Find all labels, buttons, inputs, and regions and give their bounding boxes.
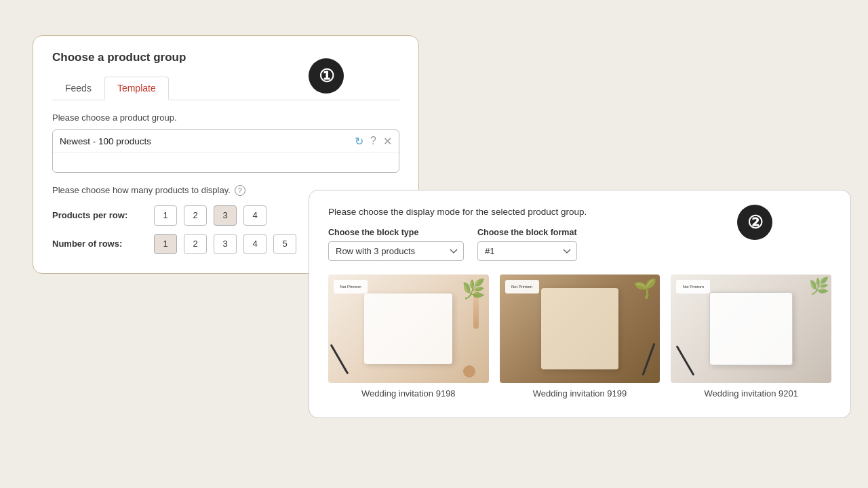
- num-rows-btn-3[interactable]: 3: [214, 234, 237, 254]
- block-type-group: Choose the block type Row with 3 product…: [328, 228, 464, 261]
- step-number-1: ①: [319, 66, 334, 87]
- block-type-label: Choose the block type: [328, 228, 464, 237]
- refresh-icon[interactable]: ↻: [355, 135, 363, 148]
- selector-icons: ↻ ? ✕: [355, 135, 392, 148]
- panel1-title: Choose a product group: [52, 51, 399, 64]
- help-icon[interactable]: ?: [370, 135, 376, 147]
- num-rows-btn-4[interactable]: 4: [243, 234, 267, 254]
- close-icon[interactable]: ✕: [383, 135, 392, 148]
- number-of-rows-label: Number of rows:: [52, 239, 147, 249]
- num-rows-btn-5[interactable]: 5: [273, 234, 296, 254]
- product-image-3: Noi Printom 🌿: [671, 274, 831, 383]
- product-image-1: Noi Printom 🌿: [328, 274, 489, 383]
- block-format-select[interactable]: #1 #2 #3: [477, 241, 577, 261]
- leaves-1: 🌿: [462, 278, 486, 300]
- selector-value: Newest - 100 products: [60, 136, 355, 146]
- product-card-1: Noi Printom 🌿 Wedding invitation 9198: [328, 274, 489, 399]
- card-inner-3: [709, 292, 793, 366]
- step-badge-2: ②: [737, 205, 772, 240]
- product-name-1: Wedding invitation 9198: [328, 388, 489, 399]
- per-row-btn-3[interactable]: 3: [214, 205, 237, 226]
- leaves-2: 🌱: [633, 277, 657, 300]
- leaves-3: 🌿: [809, 277, 829, 296]
- block-format-group: Choose the block format #1 #2 #3: [477, 228, 577, 261]
- num-rows-btn-1[interactable]: 1: [154, 234, 177, 254]
- num-rows-btn-2[interactable]: 2: [184, 234, 207, 254]
- card-decoration-3: [671, 274, 831, 383]
- selector-empty-row: [53, 153, 399, 172]
- tab-template[interactable]: Template: [104, 77, 169, 100]
- product-card-2: Noi Printom 🌱 Wedding invitation 9199: [500, 274, 660, 399]
- per-row-btn-2[interactable]: 2: [184, 205, 207, 226]
- product-group-label: Please choose a product group.: [52, 113, 399, 123]
- help-circle-icon[interactable]: ?: [235, 185, 245, 196]
- step-badge-1: ①: [309, 58, 344, 94]
- products-preview: Noi Printom 🌿 Wedding invitation 9198 No…: [328, 274, 831, 399]
- block-type-select[interactable]: Row with 3 products Row with 2 products …: [328, 241, 464, 261]
- block-format-label: Choose the block format: [477, 228, 577, 237]
- product-group-selector: Newest - 100 products ↻ ? ✕: [52, 129, 399, 173]
- product-image-2: Noi Printom 🌱: [500, 274, 660, 383]
- tabs-container: Feeds Template: [52, 77, 399, 100]
- products-per-row-label: Products per row:: [52, 210, 147, 220]
- card-inner-1: [364, 293, 452, 364]
- per-row-btn-1[interactable]: 1: [154, 205, 177, 226]
- spool-1: [463, 365, 475, 378]
- selector-row: Newest - 100 products ↻ ? ✕: [53, 130, 399, 153]
- product-name-2: Wedding invitation 9199: [500, 388, 660, 399]
- card-inner-2: [541, 288, 618, 369]
- tab-feeds[interactable]: Feeds: [52, 77, 104, 100]
- per-row-btn-4[interactable]: 4: [243, 205, 267, 226]
- product-name-3: Wedding invitation 9201: [671, 388, 831, 399]
- step-number-2: ②: [747, 212, 763, 233]
- product-card-3: Noi Printom 🌿 Wedding invitation 9201: [671, 274, 831, 399]
